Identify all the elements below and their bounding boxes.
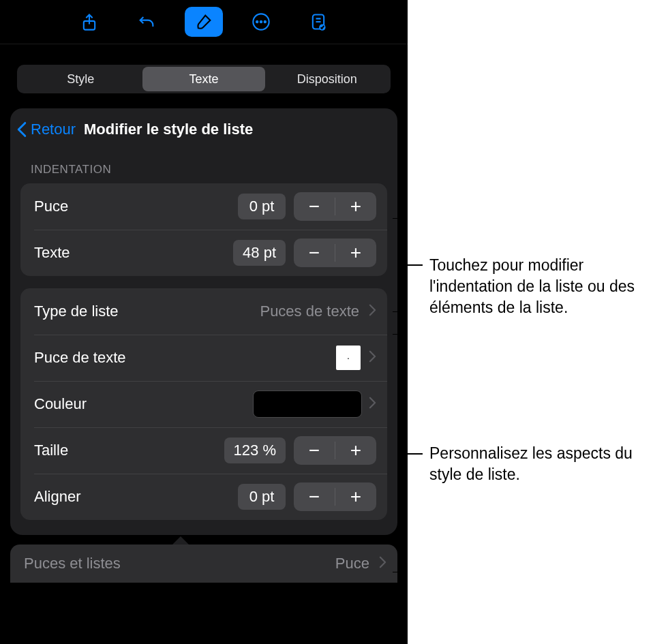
format-tabs: Style Texte Disposition	[17, 65, 391, 93]
bullets-lists-label: Puces et listes	[24, 555, 335, 572]
device-screen: Style Texte Disposition Retour Modifier …	[0, 0, 408, 644]
svg-point-3	[260, 21, 262, 22]
bullet-indent-increase[interactable]: +	[335, 192, 376, 221]
bullet-indent-decrease[interactable]: −	[294, 192, 335, 221]
back-label: Retour	[31, 121, 76, 138]
tab-style[interactable]: Style	[19, 67, 142, 91]
text-indent-value[interactable]: 48 pt	[233, 240, 286, 266]
color-row[interactable]: Couleur	[20, 381, 387, 427]
size-stepper: − +	[294, 436, 376, 465]
align-label: Aligner	[34, 488, 238, 506]
size-decrease[interactable]: −	[294, 436, 335, 465]
align-stepper: − +	[294, 482, 376, 511]
more-icon[interactable]	[242, 7, 280, 37]
color-label: Couleur	[34, 395, 253, 413]
indentation-header: INDENTATION	[10, 145, 397, 183]
undo-icon[interactable]	[127, 7, 166, 37]
share-icon[interactable]	[70, 7, 108, 37]
tab-texte[interactable]: Texte	[142, 67, 266, 91]
align-value[interactable]: 0 pt	[238, 484, 286, 510]
text-indent-stepper: − +	[294, 239, 376, 267]
list-type-value: Puces de texte	[260, 303, 359, 320]
insert-icon[interactable]	[299, 7, 337, 37]
text-indent-row: Texte 48 pt − +	[20, 230, 387, 276]
edit-list-style-panel: Retour Modifier le style de liste INDENT…	[10, 108, 397, 535]
brush-icon[interactable]	[185, 7, 223, 37]
text-indent-increase[interactable]: +	[335, 239, 376, 267]
list-type-label: Type de liste	[34, 303, 260, 320]
chevron-right-icon	[369, 303, 376, 320]
popover-pointer	[172, 536, 189, 545]
list-type-row[interactable]: Type de liste Puces de texte	[20, 288, 387, 335]
bracket-style	[393, 334, 402, 572]
text-bullet-label: Puce de texte	[34, 349, 336, 367]
bullets-lists-row[interactable]: Puces et listes Puce	[10, 545, 397, 583]
text-bullet-row[interactable]: Puce de texte ·	[20, 335, 387, 381]
color-swatch	[253, 390, 362, 418]
chevron-right-icon	[369, 349, 376, 367]
tab-disposition[interactable]: Disposition	[265, 67, 389, 91]
text-indent-decrease[interactable]: −	[294, 239, 335, 267]
bullet-indent-row: Puce 0 pt − +	[20, 183, 387, 230]
size-row: Taille 123 % − +	[20, 427, 387, 474]
annotation-layer: Touchez pour modifier l'indentation de l…	[408, 0, 668, 644]
chevron-right-icon	[379, 555, 386, 572]
text-bullet-swatch: ·	[336, 346, 361, 370]
panel-title: Modifier le style de liste	[84, 121, 253, 138]
size-value[interactable]: 123 %	[224, 438, 286, 463]
align-row: Aligner 0 pt − +	[20, 474, 387, 520]
svg-point-2	[256, 21, 258, 22]
bullet-indent-stepper: − +	[294, 192, 376, 221]
chevron-right-icon	[369, 395, 376, 413]
bullet-indent-label: Puce	[34, 198, 238, 215]
bullet-indent-value[interactable]: 0 pt	[238, 194, 286, 219]
back-button[interactable]: Retour	[16, 121, 76, 138]
style-group: Type de liste Puces de texte Puce de tex…	[20, 288, 387, 520]
align-increase[interactable]: +	[335, 482, 376, 511]
size-increase[interactable]: +	[335, 436, 376, 465]
indentation-group: Puce 0 pt − + Texte 48 pt − +	[20, 183, 387, 276]
lead-indent	[402, 264, 423, 266]
callout-style: Personnalisez les aspects du style de li…	[429, 443, 654, 485]
lead-style	[402, 453, 423, 455]
bracket-indent	[393, 218, 402, 312]
top-toolbar	[0, 0, 408, 44]
align-decrease[interactable]: −	[294, 482, 335, 511]
svg-point-4	[264, 21, 266, 22]
size-label: Taille	[34, 442, 224, 459]
bullets-lists-value: Puce	[335, 555, 369, 572]
text-indent-label: Texte	[34, 244, 233, 262]
callout-indent: Touchez pour modifier l'indentation de l…	[429, 255, 654, 318]
